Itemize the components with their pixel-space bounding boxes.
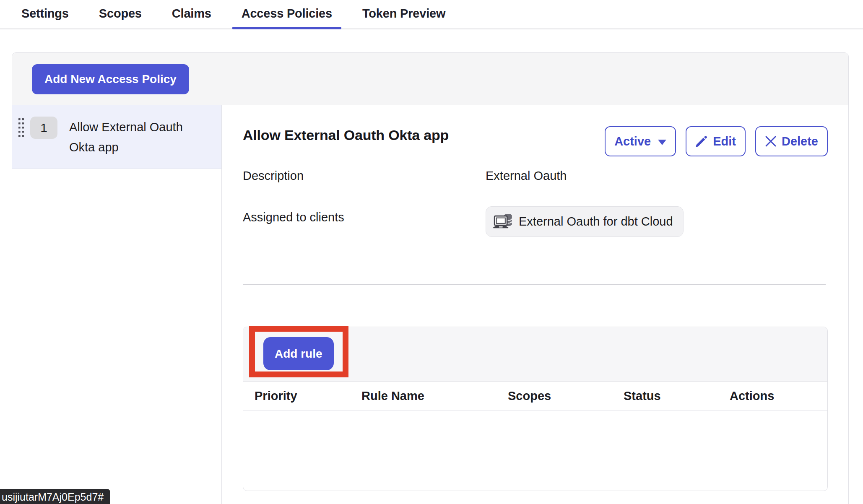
client-app-icon (493, 213, 513, 230)
assigned-clients-label: Assigned to clients (243, 206, 486, 224)
tab-claims[interactable]: Claims (163, 0, 221, 29)
delete-label: Delete (782, 135, 818, 148)
card-header: Add New Access Policy (12, 53, 848, 105)
column-header-actions: Actions (730, 389, 827, 403)
column-header-status: Status (624, 389, 730, 403)
tab-settings[interactable]: Settings (12, 0, 78, 29)
tab-label: Settings (21, 7, 69, 21)
link-status-text: usijiutarM7Aj0Ep5d7# (2, 491, 104, 503)
assigned-client-chip: External Oauth for dbt Cloud (486, 206, 684, 237)
description-value: External Oauth (486, 167, 567, 183)
rules-table-header: Priority Rule Name Scopes Status Actions (243, 382, 827, 410)
edit-button[interactable]: Edit (686, 126, 746, 156)
card-body: 1 Allow External Oauth Okta app Allow Ex… (12, 105, 848, 504)
policy-meta: Description External Oauth Assigned to c… (243, 167, 828, 237)
policy-list: 1 Allow External Oauth Okta app (12, 105, 222, 504)
delete-button[interactable]: Delete (755, 126, 828, 156)
rules-panel-header: Add rule (243, 327, 827, 382)
drag-handle-icon[interactable] (18, 118, 24, 138)
add-rule-button[interactable]: Add rule (263, 337, 334, 370)
policy-title: Allow External Oauth Okta app (243, 126, 449, 143)
x-icon (765, 135, 777, 147)
rules-table-body (243, 410, 827, 491)
tab-label: Claims (172, 7, 211, 21)
tab-access-policies[interactable]: Access Policies (232, 0, 341, 29)
active-status-label: Active (614, 135, 651, 148)
tabs: Settings Scopes Claims Access Policies T… (12, 0, 455, 29)
column-header-priority: Priority (243, 389, 361, 403)
edit-label: Edit (713, 135, 736, 148)
assigned-clients-row: Assigned to clients (243, 206, 828, 237)
link-status-tooltip: usijiutarM7Aj0Ep5d7# (0, 489, 110, 504)
add-new-access-policy-button[interactable]: Add New Access Policy (32, 64, 189, 94)
detail-header: Allow External Oauth Okta app Active Edi… (243, 126, 828, 156)
tab-label: Access Policies (242, 7, 332, 21)
policy-name: Allow External Oauth Okta app (69, 117, 199, 157)
tab-token-preview[interactable]: Token Preview (353, 0, 455, 29)
tab-label: Token Preview (362, 7, 445, 21)
policy-detail-pane: Allow External Oauth Okta app Active Edi… (222, 105, 849, 504)
tab-bar: Settings Scopes Claims Access Policies T… (0, 0, 863, 29)
policy-priority-badge: 1 (30, 117, 57, 139)
chevron-down-icon (658, 140, 666, 145)
description-label: Description (243, 167, 486, 183)
active-status-dropdown[interactable]: Active (605, 126, 676, 156)
column-header-scopes: Scopes (508, 389, 624, 403)
section-divider (243, 284, 826, 285)
pencil-icon (695, 135, 708, 148)
policy-list-item[interactable]: 1 Allow External Oauth Okta app (12, 105, 221, 169)
rules-panel: Add rule Priority Rule Name Scopes Statu… (243, 327, 828, 491)
access-policies-card: Add New Access Policy 1 (12, 52, 849, 504)
column-header-rule-name: Rule Name (361, 389, 508, 403)
tab-label: Scopes (99, 7, 142, 21)
tab-scopes[interactable]: Scopes (90, 0, 151, 29)
detail-actions: Active Edit (605, 126, 828, 156)
description-row: Description External Oauth (243, 167, 828, 183)
assigned-client-name: External Oauth for dbt Cloud (519, 215, 673, 229)
